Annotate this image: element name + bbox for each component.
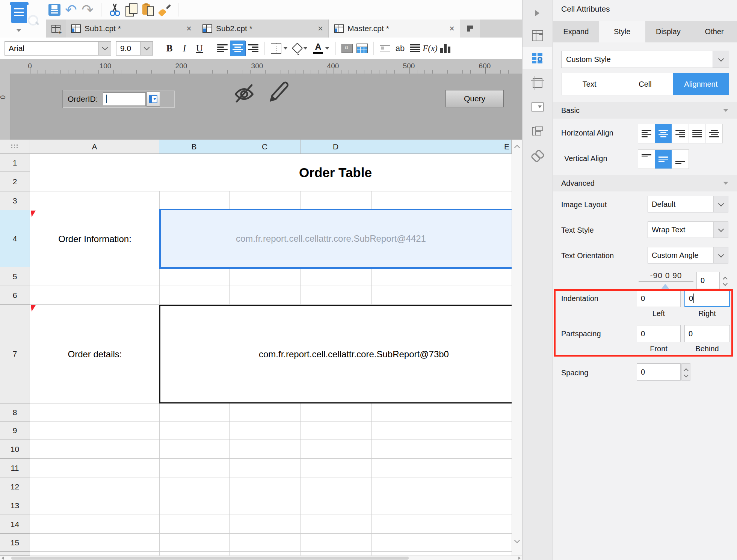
chevron-down-icon[interactable]: [98, 42, 111, 55]
cell-attributes-tab[interactable]: [523, 47, 552, 69]
cell-element-tab[interactable]: [523, 25, 552, 47]
font-family-select[interactable]: Arial: [5, 41, 111, 56]
text-style-select[interactable]: Wrap Text: [648, 221, 728, 238]
tab-master-cpt-[interactable]: Master.cpt *×: [329, 20, 460, 38]
angle-slider-scale[interactable]: -90 0 90: [639, 271, 693, 282]
cell-b4-subreport-selected[interactable]: com.fr.report.cell.cellattr.core.SubRepo…: [159, 209, 512, 269]
text-orientation-select[interactable]: Custom Angle: [648, 247, 728, 263]
row-header-6[interactable]: 6: [0, 286, 30, 305]
advanced-section-header[interactable]: Advanced: [553, 175, 737, 191]
copy-button[interactable]: [123, 2, 140, 18]
chevron-down-icon[interactable]: [713, 247, 728, 263]
row-header-12[interactable]: 12: [0, 477, 30, 496]
align-right-button[interactable]: [246, 41, 261, 56]
formula-button[interactable]: F(x): [423, 41, 438, 56]
unmerge-cells-button[interactable]: [355, 41, 370, 56]
halign-justify-button[interactable]: [689, 124, 706, 143]
border-button[interactable]: [269, 41, 290, 56]
spinner-down-icon[interactable]: [723, 281, 728, 286]
orderid-widget-group[interactable]: OrderID:: [62, 90, 175, 108]
row-header-partial[interactable]: [0, 552, 30, 555]
row-header-15[interactable]: 15: [0, 534, 30, 552]
column-header-A[interactable]: A: [30, 140, 159, 154]
subtab-cell[interactable]: Cell: [617, 73, 673, 95]
scroll-down-icon[interactable]: [514, 537, 520, 543]
float-element-tab[interactable]: [523, 72, 552, 94]
bold-button[interactable]: B: [162, 41, 177, 56]
close-icon[interactable]: ×: [186, 25, 192, 32]
scroll-left-icon[interactable]: [2, 557, 4, 560]
save-button[interactable]: [46, 2, 63, 18]
row-header-8[interactable]: 8: [0, 403, 30, 422]
halign-center-button[interactable]: [655, 124, 672, 143]
chevron-down-icon[interactable]: [325, 47, 329, 50]
vertical-scrollbar[interactable]: [512, 140, 522, 555]
widget-button[interactable]: [378, 41, 393, 56]
orderid-dropdown-button[interactable]: [146, 92, 160, 107]
cell-a7[interactable]: Order details:: [30, 305, 159, 403]
valign-top-button[interactable]: [638, 150, 655, 169]
font-color-button[interactable]: A: [311, 41, 332, 56]
column-header-D[interactable]: D: [301, 140, 371, 154]
angle-value-field[interactable]: 0: [696, 272, 720, 289]
collapse-section-icon[interactable]: [723, 182, 728, 185]
row-header-1[interactable]: 1: [0, 154, 30, 172]
indentation-left-field[interactable]: 0: [637, 290, 681, 307]
scroll-right-icon[interactable]: [518, 557, 521, 560]
partspacing-front-field[interactable]: 0: [637, 325, 681, 342]
italic-button[interactable]: I: [177, 41, 192, 56]
orderid-input[interactable]: [103, 92, 146, 106]
valign-middle-button[interactable]: [655, 150, 672, 169]
align-left-button[interactable]: [215, 41, 230, 56]
chevron-down-icon[interactable]: [284, 47, 287, 50]
tab-list-button[interactable]: [460, 20, 480, 38]
cell-b7-subreport[interactable]: com.fr.report.cell.cellattr.core.SubRepo…: [159, 305, 512, 403]
halign-left-button[interactable]: [638, 124, 655, 143]
spinner-up-icon[interactable]: [723, 277, 728, 282]
column-header-C[interactable]: C: [229, 140, 301, 154]
chevron-down-icon[interactable]: [713, 51, 729, 68]
chevron-down-icon[interactable]: [713, 222, 728, 238]
indentation-right-field[interactable]: 0: [684, 290, 730, 307]
column-header-E[interactable]: E: [371, 140, 512, 154]
close-icon[interactable]: ×: [318, 25, 323, 32]
scrollbar-thumb[interactable]: [11, 557, 409, 560]
font-size-select[interactable]: 9.0: [116, 41, 153, 56]
template-preview-icon[interactable]: [11, 4, 27, 23]
chevron-down-icon[interactable]: [304, 47, 307, 50]
row-header-4[interactable]: 4: [0, 210, 30, 267]
hide-widget-button[interactable]: [232, 81, 256, 105]
query-button[interactable]: Query: [446, 90, 504, 107]
cell-a4[interactable]: Order Information:: [30, 211, 159, 267]
format-painter-button[interactable]: [156, 2, 173, 18]
spacing-spinner[interactable]: [681, 363, 690, 381]
collapse-section-icon[interactable]: [723, 109, 728, 112]
angle-spinner[interactable]: [720, 272, 729, 289]
tab-sub1-cpt-[interactable]: Sub1.cpt *×: [66, 20, 197, 38]
select-all-corner[interactable]: [0, 140, 30, 154]
new-template-button[interactable]: [46, 20, 66, 38]
align-center-button[interactable]: [230, 41, 246, 56]
underline-button[interactable]: U: [192, 41, 207, 56]
spinner-down-icon[interactable]: [684, 373, 689, 378]
redo-button[interactable]: ↷: [79, 2, 96, 18]
chevron-down-icon[interactable]: [713, 196, 728, 212]
undo-button[interactable]: ↶: [63, 2, 79, 18]
panel-tab-style[interactable]: Style: [599, 21, 645, 42]
horizontal-scrollbar[interactable]: [0, 555, 522, 560]
app-menu-dropdown-icon[interactable]: [17, 29, 21, 32]
valign-bottom-button[interactable]: [672, 150, 689, 169]
spinner-up-icon[interactable]: [684, 368, 689, 373]
row-header-9[interactable]: 9: [0, 422, 30, 440]
panel-tab-other[interactable]: Other: [691, 21, 737, 42]
close-icon[interactable]: ×: [449, 25, 455, 32]
row-header-5[interactable]: 5: [0, 267, 30, 286]
tab-sub2-cpt-[interactable]: Sub2.cpt *×: [197, 20, 329, 38]
edit-widget-button[interactable]: [265, 78, 289, 102]
subtab-alignment[interactable]: Alignment: [673, 73, 729, 95]
basic-section-header[interactable]: Basic: [553, 102, 737, 119]
collapse-panel-button[interactable]: [523, 2, 552, 24]
condition-attributes-tab[interactable]: [523, 120, 552, 142]
hyperlink-tab[interactable]: [523, 145, 552, 167]
text-content-button[interactable]: ab: [393, 41, 408, 56]
